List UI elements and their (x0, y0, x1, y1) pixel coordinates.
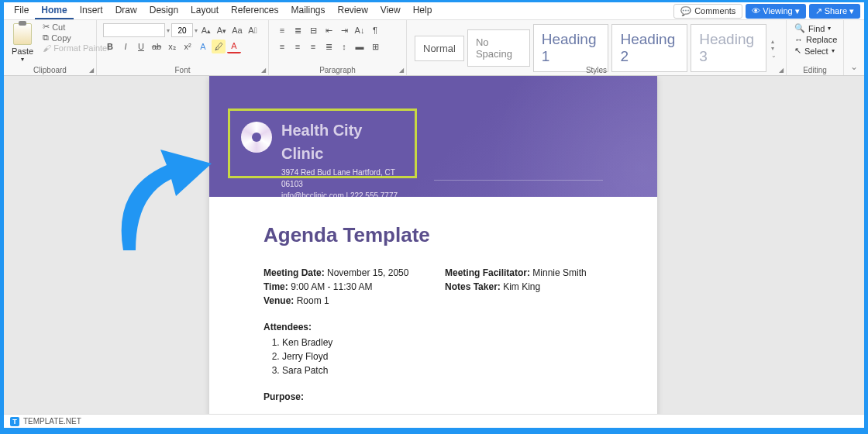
underline-button[interactable]: U (134, 40, 148, 53)
menu-draw[interactable]: Draw (109, 2, 143, 19)
clipboard-group-label: Clipboard (4, 66, 96, 74)
borders-button[interactable]: ⊞ (368, 40, 382, 53)
chevron-down-icon[interactable]: ▾ (195, 27, 198, 34)
status-bar: T TEMPLATE.NET (4, 414, 864, 428)
clinic-logo-box[interactable]: Health City Clinic 3974 Red Bud Lane Har… (228, 108, 417, 178)
font-group-label: Font (97, 66, 268, 74)
main-menu: File Home Insert Draw Design Layout Refe… (8, 2, 438, 19)
shrink-font-button[interactable]: A▾ (215, 23, 229, 37)
menu-insert[interactable]: Insert (74, 2, 109, 19)
find-button[interactable]: 🔍Find▾ (794, 23, 835, 33)
font-family-input[interactable] (103, 23, 165, 37)
strike-button[interactable]: ab (150, 40, 164, 53)
chevron-up-icon: ▴ (771, 38, 777, 45)
comments-label: Comments (694, 6, 735, 16)
style-heading1[interactable]: Heading 1 (533, 24, 609, 72)
subscript-button[interactable]: x₂ (165, 40, 179, 53)
bold-button[interactable]: B (103, 40, 117, 53)
decrease-indent-button[interactable]: ⇤ (322, 23, 336, 37)
copy-label: Copy (51, 33, 71, 43)
template-brand: TEMPLATE.NET (23, 417, 81, 425)
superscript-button[interactable]: x² (181, 40, 195, 53)
comments-button[interactable]: 💬Comments (673, 4, 742, 19)
menu-help[interactable]: Help (407, 2, 439, 19)
spiral-logo-icon (241, 122, 272, 153)
meta-right: Meeting Facilitator: Minnie Smith Notes … (445, 266, 603, 308)
style-no-spacing[interactable]: No Spacing (467, 29, 530, 67)
sort-button[interactable]: A↓ (353, 23, 367, 37)
select-button[interactable]: ↖Select▾ (794, 46, 835, 56)
menu-layout[interactable]: Layout (184, 2, 225, 19)
eye-icon: 👁 (752, 6, 760, 16)
menu-design[interactable]: Design (143, 2, 184, 19)
chevron-down-icon: ▾ (849, 6, 854, 16)
clinic-address: 3974 Red Bud Lane Hartford, CT 06103 (281, 167, 404, 190)
italic-button[interactable]: I (119, 40, 133, 53)
arrow-icon (112, 134, 213, 254)
change-case-button[interactable]: Aa (230, 23, 244, 37)
menu-review[interactable]: Review (332, 2, 374, 19)
ribbon: Paste ▾ ✂Cut ⧉Copy 🖌Format Painter Clipb… (4, 20, 864, 76)
style-heading3[interactable]: Heading 3 (691, 24, 766, 72)
line-spacing-button[interactable]: ↕ (337, 40, 351, 53)
agenda-title: Agenda Template (264, 223, 603, 247)
venue-value: Room 1 (294, 295, 329, 306)
font-color-button[interactable]: A (227, 40, 241, 53)
grow-font-button[interactable]: A▴ (199, 23, 213, 37)
menu-file[interactable]: File (8, 2, 35, 19)
menu-mailings[interactable]: Mailings (284, 2, 331, 19)
justify-button[interactable]: ≣ (322, 40, 336, 53)
attendees-section: Attendees: Ken Bradley Jerry Floyd Sara … (264, 322, 603, 377)
style-normal[interactable]: Normal (415, 36, 464, 61)
title-right: 💬Comments 👁Viewing▾ ↗Share▾ (673, 4, 860, 19)
copy-icon: ⧉ (43, 33, 49, 43)
share-button[interactable]: ↗Share▾ (809, 4, 860, 19)
shading-button[interactable]: ▬ (353, 40, 367, 53)
align-left-button[interactable]: ≡ (275, 40, 289, 53)
style-heading2[interactable]: Heading 2 (611, 24, 687, 72)
document-body[interactable]: Agenda Template Meeting Date: November 1… (209, 197, 657, 428)
scissors-icon: ✂ (43, 22, 50, 32)
paste-icon (13, 23, 32, 45)
comment-icon: 💬 (680, 6, 691, 16)
paste-label: Paste (12, 46, 33, 56)
list-item: Ken Bradley (282, 336, 603, 350)
share-icon: ↗ (815, 6, 822, 16)
menu-home[interactable]: Home (35, 2, 73, 19)
text-effects-button[interactable]: A (196, 40, 210, 53)
show-marks-button[interactable]: ¶ (368, 23, 382, 37)
numbering-button[interactable]: ≣ (291, 23, 305, 37)
font-size-input[interactable] (171, 23, 193, 37)
word-window: File Home Insert Draw Design Layout Refe… (4, 2, 864, 428)
viewing-button[interactable]: 👁Viewing▾ (746, 4, 805, 19)
styles-scroll[interactable]: ▴▾⌄ (770, 36, 778, 60)
dialog-launcher-icon[interactable]: ◢ (779, 67, 784, 74)
meta-left: Meeting Date: November 15, 2050 Time: 9:… (264, 266, 422, 308)
paragraph-group-label: Paragraph (269, 66, 406, 74)
clear-format-button[interactable]: Aͦ (246, 23, 260, 37)
multilevel-button[interactable]: ⊟ (306, 23, 320, 37)
find-label: Find (808, 24, 825, 33)
menu-references[interactable]: References (225, 2, 284, 19)
document-canvas[interactable]: Health City Clinic 3974 Red Bud Lane Har… (4, 76, 864, 428)
dialog-launcher-icon[interactable]: ◢ (89, 67, 94, 74)
chevron-down-icon[interactable]: ▾ (167, 27, 170, 34)
meeting-date: November 15, 2050 (325, 267, 409, 278)
increase-indent-button[interactable]: ⇥ (337, 23, 351, 37)
replace-button[interactable]: ↔Replace (794, 35, 835, 44)
document-page[interactable]: Health City Clinic 3974 Red Bud Lane Har… (209, 76, 657, 428)
align-center-button[interactable]: ≡ (291, 40, 305, 53)
dialog-launcher-icon[interactable]: ◢ (261, 67, 266, 74)
header-separator (434, 180, 603, 181)
attendees-list: Ken Bradley Jerry Floyd Sara Patch (264, 336, 603, 377)
paste-button[interactable]: Paste ▾ (7, 22, 38, 64)
dialog-launcher-icon[interactable]: ◢ (399, 67, 404, 74)
clinic-text: Health City Clinic 3974 Red Bud Lane Har… (281, 119, 404, 197)
notes-value: Kim King (501, 281, 540, 292)
collapse-ribbon-button[interactable]: ⌄ (844, 58, 864, 75)
bullets-button[interactable]: ≡ (275, 23, 289, 37)
menu-view[interactable]: View (374, 2, 407, 19)
highlight-button[interactable]: 🖊 (212, 40, 226, 53)
purpose-label: Purpose: (264, 391, 603, 402)
align-right-button[interactable]: ≡ (306, 40, 320, 53)
